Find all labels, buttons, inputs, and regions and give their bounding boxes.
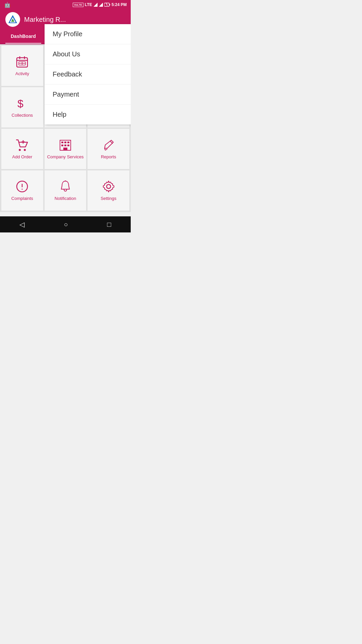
back-button[interactable]: ◁ [14,218,30,231]
complaints-label: Complaints [11,196,33,202]
grid-item-notification[interactable]: Notification [45,170,86,211]
svg-point-25 [19,149,21,151]
logo-circle [5,12,20,27]
signal-icon-1 [94,3,98,7]
gear-icon [102,180,115,193]
status-bar: 🤖 VoLTE LTE 5:24 PM [0,0,131,9]
exclaim-icon [15,180,29,193]
battery-icon [104,3,110,7]
grid-item-complaints[interactable]: Complaints [1,170,43,211]
svg-line-39 [105,149,107,150]
grid-item-addorder[interactable]: Add Order [1,129,43,169]
android-icon: 🤖 [4,2,11,8]
bell-icon [59,180,72,193]
recent-button[interactable]: □ [102,218,116,231]
reports-label: Reports [101,154,116,160]
calendar-icon [15,55,29,68]
menu-item-aboutus[interactable]: About Us [45,44,131,64]
svg-rect-31 [64,142,66,143]
svg-rect-36 [63,148,67,150]
time-display: 5:24 PM [112,2,127,7]
notification-label: Notification [55,196,76,202]
grid-item-activity[interactable]: Activity [1,46,43,86]
home-button[interactable]: ○ [58,218,73,231]
grid-item-collections[interactable]: $ Collections [1,87,43,127]
dollar-icon: $ [15,97,29,110]
grid-item-reports[interactable]: Reports [87,129,129,169]
svg-rect-33 [61,145,63,146]
svg-point-42 [22,189,23,190]
addorder-label: Add Order [12,154,32,160]
grid-item-settings[interactable]: Settings [87,170,129,211]
logo-svg [8,14,18,24]
svg-rect-35 [67,145,69,146]
collections-label: Collections [12,113,33,118]
svg-point-44 [107,184,111,189]
lte-label: LTE [85,2,92,7]
svg-rect-30 [61,142,63,143]
dropdown-menu: My Profile About Us Feedback Payment Hel… [45,24,131,124]
volte-badge: VoLTE [73,3,83,7]
svg-marker-1 [99,3,103,7]
pencil-icon [102,138,115,152]
menu-item-myprofile[interactable]: My Profile [45,24,131,44]
cart-icon [15,138,29,152]
bottom-nav: ◁ ○ □ [0,216,131,232]
svg-text:$: $ [17,98,23,110]
svg-rect-4 [109,4,110,5]
tab-dashboard[interactable]: DashBoard [5,30,41,44]
activity-label: Activity [15,71,29,77]
menu-item-feedback[interactable]: Feedback [45,64,131,85]
companyservices-label: Company Services [47,154,83,160]
grid-item-companyservices[interactable]: Company Services [45,129,86,169]
signal-icon-2 [99,3,103,7]
menu-item-help[interactable]: Help [45,105,131,124]
settings-label: Settings [101,196,116,202]
status-right: VoLTE LTE 5:24 PM [73,2,127,7]
svg-rect-32 [67,142,69,143]
svg-marker-0 [94,3,98,7]
building-icon [59,138,72,152]
svg-point-26 [24,149,26,151]
menu-item-payment[interactable]: Payment [45,85,131,105]
header-title: Marketing R... [24,16,66,23]
svg-rect-34 [64,145,66,146]
